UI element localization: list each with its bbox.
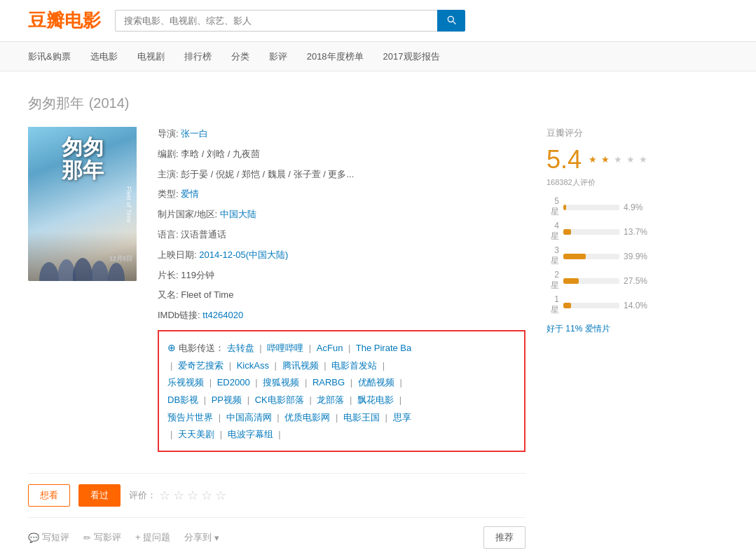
transmission-icon: ⊕ — [167, 342, 179, 353]
actions-row: 想看 看过 评价： ☆ ☆ ☆ ☆ ☆ — [28, 473, 525, 517]
bar-track-1 — [563, 303, 619, 308]
trans-link-0[interactable]: 去转盘 — [227, 343, 254, 353]
footer-actions: 💬 写短评 ✏ 写影评 + 提问题 分享到 ▾ 推荐 — [28, 517, 525, 555]
nav-item-news[interactable]: 影讯&购票 — [28, 50, 71, 63]
better-than: 好于 11% 爱情片 — [547, 323, 673, 335]
bar-track-2 — [563, 278, 619, 284]
chevron-down-icon: ▾ — [214, 533, 219, 543]
add-question-link[interactable]: + 提问题 — [135, 531, 170, 544]
rate-star-4[interactable]: ☆ — [201, 488, 212, 503]
nav-item-ranking[interactable]: 排行榜 — [184, 50, 212, 63]
trans-link-22[interactable]: 思享 — [393, 412, 411, 423]
trans-link-17[interactable]: 飘花电影 — [357, 395, 394, 405]
user-rating-row: 评价： ☆ ☆ ☆ ☆ ☆ — [129, 488, 226, 503]
genre-link[interactable]: 爱情 — [181, 189, 199, 199]
transmission-label: 电影传送： — [179, 343, 224, 353]
trans-link-23[interactable]: 天天美剧 — [178, 429, 214, 439]
movie-title: 匆匆那年 (2014) — [28, 92, 673, 113]
movie-poster: 匆匆那年 Fleet of Time 12月5日 — [28, 127, 137, 281]
seen-button[interactable]: 看过 — [78, 484, 121, 507]
rate-star-5[interactable]: ☆ — [215, 488, 226, 503]
trans-link-12[interactable]: 优酷视频 — [358, 377, 394, 388]
search-input[interactable] — [115, 10, 437, 32]
duration-row: 片长: 119分钟 — [158, 268, 525, 283]
nav-item-2018[interactable]: 2018年度榜单 — [307, 50, 364, 63]
search-bar — [115, 10, 465, 32]
movie-left: 匆匆那年 Fleet of Time 12月5日 — [28, 127, 525, 555]
imdb-link[interactable]: tt4264020 — [202, 310, 243, 320]
svg-point-4 — [108, 263, 125, 281]
trans-link-20[interactable]: 优质电影网 — [284, 412, 330, 423]
trans-link-1[interactable]: 哔哩哔哩 — [267, 343, 303, 353]
bar-fill-3 — [563, 254, 586, 259]
star-4: ★ — [626, 154, 638, 165]
trans-link-11[interactable]: RARBG — [312, 377, 345, 388]
trans-link-6[interactable]: 腾讯视频 — [282, 360, 319, 371]
trans-link-16[interactable]: 龙部落 — [317, 395, 344, 405]
search-button[interactable] — [437, 10, 465, 32]
language-row: 语言: 汉语普通话 — [158, 228, 525, 242]
rating-label: 豆瓣评分 — [547, 127, 673, 139]
trans-link-5[interactable]: KickAss — [237, 360, 269, 371]
trans-link-3[interactable]: The Pirate Ba — [356, 343, 412, 353]
bar-row-1: 1星 14.0% — [547, 294, 673, 316]
header: 豆瓣电影 — [0, 0, 756, 42]
nav-item-tv[interactable]: 电视剧 — [137, 50, 165, 63]
want-button[interactable]: 想看 — [28, 484, 70, 507]
rate-star-3[interactable]: ☆ — [187, 488, 198, 503]
country-link[interactable]: 中国大陆 — [220, 209, 256, 219]
country-row: 制片国家/地区: 中国大陆 — [158, 207, 525, 222]
star-5: ★ — [639, 154, 650, 165]
trans-link-21[interactable]: 电影王国 — [343, 412, 380, 423]
transmission-box: ⊕ 电影传送： 去转盘 | 哔哩哔哩 | AcFun | The Pirate … — [158, 330, 525, 452]
bar-fill-1 — [563, 303, 571, 308]
star-3: ★ — [614, 154, 625, 165]
release-link[interactable]: 2014-12-05(中国大陆) — [199, 249, 288, 260]
rating-score-row: 5.4 ★ ★ ★ ★ ★ — [547, 145, 673, 174]
trans-link-8[interactable]: 乐视视频 — [167, 377, 204, 388]
write-review-link[interactable]: ✏ 写影评 — [83, 531, 121, 544]
star-display: ★ ★ ★ ★ ★ — [589, 154, 650, 165]
comment-icon: 💬 — [28, 533, 39, 543]
share-link[interactable]: 分享到 ▾ — [184, 531, 219, 544]
alias-value: Fleet of Time — [181, 289, 233, 300]
trans-link-4[interactable]: 爱奇艺搜索 — [178, 360, 224, 371]
trans-link-9[interactable]: ED2000 — [217, 377, 250, 388]
star-1: ★ — [589, 154, 600, 165]
trans-link-13[interactable]: DB影视 — [167, 395, 198, 405]
nav-item-movies[interactable]: 选电影 — [90, 50, 118, 63]
language-value: 汉语普通话 — [181, 229, 226, 240]
nav-item-review[interactable]: 影评 — [269, 50, 287, 63]
trans-link-19[interactable]: 中国高清网 — [226, 412, 272, 423]
imdb-row: IMDb链接: tt4264020 — [158, 308, 525, 323]
svg-point-2 — [73, 258, 92, 281]
site-logo[interactable]: 豆瓣电影 — [28, 8, 101, 33]
rating-count: 168382人评价 — [547, 177, 673, 188]
bar-row-5: 5星 4.9% — [547, 196, 673, 218]
movie-content-area: 匆匆那年 Fleet of Time 12月5日 — [28, 127, 673, 555]
writer-value: 李晗 / 刘晗 / 九夜茴 — [181, 149, 260, 159]
bar-fill-2 — [563, 278, 579, 284]
recommend-button[interactable]: 推荐 — [483, 526, 525, 549]
main-content: 匆匆那年 (2014) 匆匆那年 Fleet of Time 12月5日 — [0, 71, 701, 555]
trans-link-15[interactable]: CK电影部落 — [255, 395, 304, 405]
genre-row: 类型: 爱情 — [158, 187, 525, 202]
bar-row-2: 2星 27.5% — [547, 270, 673, 292]
cast-row: 主演: 彭于晏 / 倪妮 / 郑恺 / 魏晨 / 张子萱 / 更多... — [158, 167, 525, 182]
director-link[interactable]: 张一白 — [181, 128, 208, 139]
trans-link-14[interactable]: PP视频 — [212, 395, 242, 405]
nav-item-category[interactable]: 分类 — [231, 50, 249, 63]
trans-link-24[interactable]: 电波字幕组 — [228, 429, 273, 439]
trans-link-10[interactable]: 搜狐视频 — [263, 377, 299, 388]
rate-star-1[interactable]: ☆ — [159, 488, 170, 503]
trans-link-2[interactable]: AcFun — [317, 343, 343, 353]
release-row: 上映日期: 2014-12-05(中国大陆) — [158, 248, 525, 263]
svg-point-3 — [90, 261, 109, 281]
rate-star-2[interactable]: ☆ — [173, 488, 184, 503]
trans-link-18[interactable]: 预告片世界 — [167, 412, 213, 423]
main-nav: 影讯&购票 选电影 电视剧 排行榜 分类 影评 2018年度榜单 2017观影报… — [0, 42, 756, 71]
director-row: 导演: 张一白 — [158, 127, 525, 142]
trans-link-7[interactable]: 电影首发站 — [331, 360, 377, 371]
write-short-link[interactable]: 💬 写短评 — [28, 531, 69, 544]
nav-item-2017[interactable]: 2017观影报告 — [383, 50, 440, 63]
